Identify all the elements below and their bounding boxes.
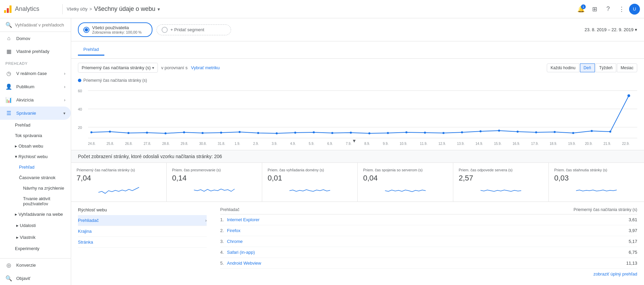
content-area: Všetci používatelia Zobrazenia stránky: …: [71, 18, 644, 285]
time-btn-month[interactable]: Mesiac: [617, 63, 637, 72]
svg-text:9.9.: 9.9.: [383, 142, 389, 146]
help-button[interactable]: ?: [602, 3, 614, 15]
bottom-section: Rýchlosť webu Prehliadač › Krajina Strán…: [71, 202, 644, 285]
browser-col-name: Prehliadač: [220, 207, 240, 212]
select-metric-link[interactable]: Vybrať metriku: [191, 65, 220, 70]
svg-point-35: [609, 131, 611, 133]
browser-name-1[interactable]: Firefox: [227, 228, 629, 233]
apps-button[interactable]: ⊞: [588, 3, 601, 15]
sidebar-item-tok[interactable]: Tok správania: [0, 130, 71, 141]
svg-point-26: [442, 132, 444, 134]
sidebar-item-label: ▾ Rýchlosť webu: [15, 154, 47, 159]
metric-label: Priemerný čas načítania stránky (s): [82, 65, 151, 70]
sidebar-search-area: 🔍: [0, 18, 71, 32]
stat-value-1: 0,14: [172, 174, 256, 183]
sidebar-item-prehled-active[interactable]: Prehľad: [0, 162, 71, 172]
metric-dropdown[interactable]: Priemerný čas načítania stránky (s) ▾: [78, 63, 158, 73]
sidebar-item-objavit[interactable]: 🔍 Objaviť: [0, 272, 71, 285]
browser-name-0[interactable]: Internet Explorer: [227, 217, 629, 222]
sidebar-item-udalosti[interactable]: ▸ Udalosti: [0, 220, 71, 231]
tabs-bar: Prehľad: [71, 41, 644, 59]
svg-point-20: [331, 132, 333, 134]
svg-text:60: 60: [78, 89, 82, 93]
browser-num-3: 4.: [220, 250, 227, 255]
browser-name-3[interactable]: Safari (in-app): [227, 250, 629, 255]
sidebar-nav: ⌂ Domov ▦ Vlastné prehľady PREHĽADY ◷ V …: [0, 32, 71, 258]
browser-name-4[interactable]: Android Webview: [227, 261, 626, 266]
time-btn-hourly[interactable]: Každú hodinu: [547, 63, 579, 72]
sidebar-item-spravanie[interactable]: ☰ Správanie ▾: [0, 107, 71, 120]
svg-point-25: [424, 132, 426, 134]
breadcrumb-link[interactable]: Všetky účty: [67, 7, 87, 12]
sidebar-item-domov[interactable]: ⌂ Domov: [0, 32, 71, 45]
svg-text:3.9.: 3.9.: [272, 142, 277, 146]
svg-text:19.9.: 19.9.: [568, 142, 576, 146]
notifications-button[interactable]: 🔔 1: [575, 3, 587, 15]
time-btn-week[interactable]: Týždeň: [596, 63, 616, 72]
svg-text:7.9.: 7.9.: [346, 142, 352, 146]
sidebar-item-label: Domov: [16, 36, 30, 41]
browser-name-2[interactable]: Chrome: [227, 239, 629, 244]
rychlost-row-0[interactable]: Prehliadač ›: [78, 215, 207, 226]
browser-num-4: 5.: [220, 261, 227, 266]
sidebar-item-publikum[interactable]: 👤 Publikum ›: [0, 80, 71, 93]
svg-text:▼: ▼: [352, 138, 357, 144]
tab-prehled[interactable]: Prehľad: [78, 44, 104, 56]
rychlost-row-2[interactable]: Stránka: [78, 237, 207, 248]
sparkline-3: [363, 184, 448, 196]
sidebar-item-experimenty[interactable]: Experimenty: [0, 243, 71, 254]
sidebar-item-label: Konverzie: [16, 263, 36, 268]
sidebar-item-akvizicia[interactable]: 📊 Akvizícia ›: [0, 93, 71, 107]
svg-text:6.9.: 6.9.: [327, 142, 333, 146]
segment-name: Všetci používatelia: [92, 25, 147, 30]
svg-text:26.8.: 26.8.: [125, 142, 132, 146]
sidebar-item-konverzie[interactable]: ◎ Konverzie: [0, 259, 71, 272]
sidebar-item-label: Časovanie stránok: [19, 175, 56, 180]
dropdown-arrow-icon: ▾: [152, 65, 154, 70]
more-button[interactable]: ⋮: [616, 3, 628, 15]
date-range-selector[interactable]: 23. 8. 2019 – 22. 9. 2019 ▾: [584, 27, 637, 32]
stat-card-5: Priem. čas stiahnutia stránky (s) 0,03: [549, 163, 644, 202]
sidebar-item-prehled[interactable]: Prehľad: [0, 120, 71, 130]
svg-text:4.9.: 4.9.: [290, 142, 296, 146]
sidebar-item-realtime[interactable]: ◷ V reálnom čase ›: [0, 67, 71, 80]
show-full-link[interactable]: zobraziť úplný prehľad: [220, 269, 637, 279]
avatar-button[interactable]: U: [629, 4, 640, 15]
svg-point-23: [387, 132, 389, 134]
stat-label-3: Priem. čas spojenia so serverom (s): [363, 168, 448, 172]
svg-text:30.8.: 30.8.: [199, 142, 207, 146]
sidebar-item-label: ▸ Obsah webu: [15, 144, 43, 149]
sidebar-item-label: ▸ Vyhľadávanie na webe: [15, 212, 63, 217]
svg-point-30: [517, 131, 519, 133]
property-selector[interactable]: Všechny údaje o webu ▾: [94, 5, 160, 13]
svg-point-16: [257, 132, 259, 134]
sidebar-item-label: Vlastné prehľady: [16, 49, 49, 54]
sidebar-item-rychlost[interactable]: ▾ Rýchlosť webu: [0, 151, 71, 162]
sidebar-item-obsah[interactable]: ▸ Obsah webu: [0, 141, 71, 151]
svg-point-29: [498, 130, 500, 132]
search-input[interactable]: [15, 22, 65, 27]
person-icon: 👤: [5, 83, 12, 90]
home-icon: ⌂: [5, 35, 12, 41]
header-divider: [62, 4, 63, 14]
sidebar-item-vyhladavanie[interactable]: ▸ Vyhľadávanie na webe: [0, 209, 71, 220]
sidebar-item-navrhy[interactable]: Návrhy na zrýchlenie: [0, 183, 71, 193]
sidebar-item-vlastnik[interactable]: ▸ Vlastník: [0, 231, 71, 243]
browser-row-1: 2. Firefox 3,97: [220, 225, 637, 236]
browser-num-2: 3.: [220, 239, 227, 244]
sidebar-item-trvanie[interactable]: Trvanie aktivít používateľov: [0, 193, 71, 209]
rychlost-row-1[interactable]: Krajina: [78, 226, 207, 237]
chevron-right-icon: ›: [64, 98, 65, 102]
chart-legend: Priemerný čas načítania stránky (s): [78, 77, 637, 86]
time-btn-day[interactable]: Deň: [580, 63, 595, 72]
sidebar-item-casovanie[interactable]: Časovanie stránok: [0, 172, 71, 183]
stat-value-2: 0,01: [268, 174, 352, 183]
sidebar-item-vlastne[interactable]: ▦ Vlastné prehľady: [0, 45, 71, 58]
stat-label-0: Priemerný čas načítania stránky (s): [77, 168, 161, 172]
chart-area: Priemerný čas načítania stránky (s) 60 4…: [71, 77, 644, 150]
sparkline-1: [172, 184, 256, 196]
add-segment-circle: [162, 27, 168, 33]
add-segment-pill[interactable]: + Pridať segment: [157, 24, 231, 35]
segment-pill-all-users[interactable]: Všetci používatelia Zobrazenia stránky: …: [78, 22, 152, 37]
notification-badge: 1: [581, 4, 586, 9]
